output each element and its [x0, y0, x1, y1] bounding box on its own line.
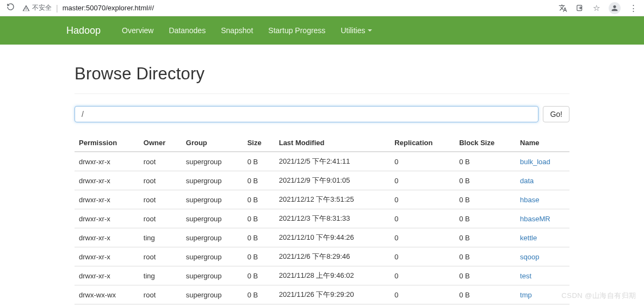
reload-icon[interactable]: [7, 3, 15, 13]
table-header-row: Permission Owner Group Size Last Modifie…: [75, 134, 569, 152]
td-group: supergroup: [182, 190, 243, 209]
td-last-modified: 2021/12/5 下午2:41:11: [275, 152, 391, 171]
td-replication: 0: [390, 266, 455, 285]
td-replication: 0: [390, 209, 455, 228]
td-group: supergroup: [182, 209, 243, 228]
main-navbar: Hadoop Overview Datanodes Snapshot Start…: [0, 16, 644, 45]
go-button[interactable]: Go!: [543, 106, 569, 122]
td-owner: ting: [139, 228, 182, 247]
th-replication[interactable]: Replication: [390, 134, 455, 152]
td-size: 0 B: [243, 152, 275, 171]
main-container: Browse Directory Go! Permission Owner Gr…: [66, 64, 578, 305]
td-owner: root: [139, 171, 182, 190]
nav-utilities-label: Utilities: [340, 26, 365, 35]
table-row: drwxr-xr-xtingsupergroup0 B2021/11/28 上午…: [75, 266, 569, 285]
th-name[interactable]: Name: [516, 134, 569, 152]
td-owner: root: [139, 285, 182, 304]
th-permission[interactable]: Permission: [75, 134, 139, 152]
brand-logo[interactable]: Hadoop: [66, 25, 109, 36]
td-block-size: 0 B: [455, 209, 516, 228]
th-group[interactable]: Group: [182, 134, 243, 152]
nav-startup-progress[interactable]: Startup Progress: [261, 18, 333, 43]
td-replication: 0: [390, 152, 455, 171]
td-name: sqoop: [516, 247, 569, 266]
td-size: 0 B: [243, 247, 275, 266]
td-group: supergroup: [182, 285, 243, 304]
td-name: data: [516, 171, 569, 190]
td-permission: drwxr-xr-x: [75, 266, 139, 285]
td-group: supergroup: [182, 266, 243, 285]
insecure-label: 不安全: [32, 3, 52, 13]
td-last-modified: 2021/12/3 下午8:31:33: [275, 209, 391, 228]
td-owner: root: [139, 190, 182, 209]
td-size: 0 B: [243, 285, 275, 304]
nav-overview[interactable]: Overview: [114, 18, 161, 43]
td-group: supergroup: [182, 171, 243, 190]
directory-link[interactable]: kettle: [520, 234, 537, 242]
warning-icon: [22, 4, 30, 12]
td-block-size: 0 B: [455, 171, 516, 190]
td-owner: root: [139, 209, 182, 228]
url-text[interactable]: master:50070/explorer.html#/: [63, 4, 154, 12]
directory-link[interactable]: bulk_load: [520, 158, 550, 166]
td-block-size: 0 B: [455, 190, 516, 209]
th-owner[interactable]: Owner: [139, 134, 182, 152]
td-name: hbase: [516, 190, 569, 209]
td-owner: root: [139, 152, 182, 171]
table-row: drwxr-xr-xrootsupergroup0 B2021/12/6 下午8…: [75, 247, 569, 266]
td-block-size: 0 B: [455, 228, 516, 247]
th-block-size[interactable]: Block Size: [455, 134, 516, 152]
nav-datanodes[interactable]: Datanodes: [161, 18, 213, 43]
td-block-size: 0 B: [455, 285, 516, 304]
nav-utilities[interactable]: Utilities: [333, 18, 379, 43]
table-row: drwxr-xr-xrootsupergroup0 B2021/12/5 下午2…: [75, 152, 569, 171]
page-title: Browse Directory: [75, 64, 569, 84]
td-owner: root: [139, 247, 182, 266]
td-permission: drwxr-xr-x: [75, 190, 139, 209]
td-name: tmp: [516, 285, 569, 304]
td-permission: drwxr-xr-x: [75, 228, 139, 247]
directory-link[interactable]: test: [520, 272, 531, 280]
path-input[interactable]: [75, 106, 538, 122]
directory-link[interactable]: tmp: [520, 291, 532, 299]
share-icon[interactable]: [576, 4, 584, 12]
directory-link[interactable]: hbase: [520, 196, 539, 204]
kebab-menu-icon[interactable]: ⋮: [629, 3, 637, 13]
chevron-down-icon: [368, 29, 372, 32]
directory-table: Permission Owner Group Size Last Modifie…: [75, 134, 569, 305]
td-last-modified: 2021/12/9 下午9:01:05: [275, 171, 391, 190]
directory-link[interactable]: sqoop: [520, 253, 539, 261]
directory-link[interactable]: data: [520, 177, 534, 185]
td-size: 0 B: [243, 228, 275, 247]
td-permission: drwxr-xr-x: [75, 152, 139, 171]
td-size: 0 B: [243, 209, 275, 228]
td-permission: drwxr-xr-x: [75, 247, 139, 266]
td-group: supergroup: [182, 152, 243, 171]
translate-icon[interactable]: [559, 4, 567, 13]
td-name: hbaseMR: [516, 209, 569, 228]
td-last-modified: 2021/12/6 下午8:29:46: [275, 247, 391, 266]
td-size: 0 B: [243, 190, 275, 209]
td-name: test: [516, 266, 569, 285]
directory-link[interactable]: hbaseMR: [520, 215, 550, 223]
table-row: drwxr-xr-xrootsupergroup0 B2021/12/12 下午…: [75, 190, 569, 209]
td-last-modified: 2021/12/12 下午3:51:25: [275, 190, 391, 209]
td-owner: ting: [139, 266, 182, 285]
td-group: supergroup: [182, 247, 243, 266]
insecure-badge: 不安全: [22, 3, 52, 13]
td-block-size: 0 B: [455, 152, 516, 171]
th-last-modified[interactable]: Last Modified: [275, 134, 391, 152]
td-permission: drwxr-xr-x: [75, 209, 139, 228]
td-last-modified: 2021/11/26 下午9:29:20: [275, 285, 391, 304]
td-replication: 0: [390, 171, 455, 190]
td-replication: 0: [390, 285, 455, 304]
td-replication: 0: [390, 247, 455, 266]
td-block-size: 0 B: [455, 247, 516, 266]
nav-snapshot[interactable]: Snapshot: [213, 18, 261, 43]
profile-avatar-icon[interactable]: [609, 2, 621, 14]
th-size[interactable]: Size: [243, 134, 275, 152]
star-icon[interactable]: ☆: [593, 3, 600, 13]
table-row: drwxr-xr-xrootsupergroup0 B2021/12/9 下午9…: [75, 171, 569, 190]
td-replication: 0: [390, 190, 455, 209]
td-size: 0 B: [243, 266, 275, 285]
